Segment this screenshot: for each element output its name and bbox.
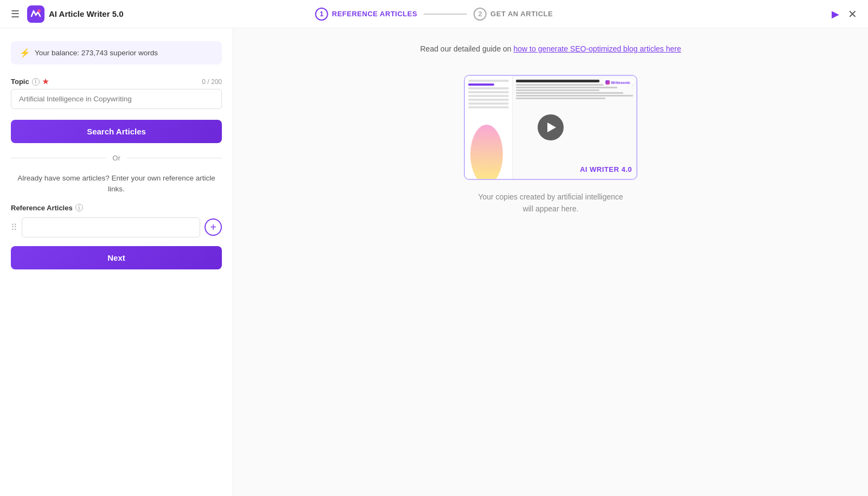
main-layout: ⚡ Your balance: 273,743 superior words T…: [0, 28, 868, 496]
reference-input-row: ⠿ +: [11, 217, 222, 237]
mini-bar-7: [468, 106, 509, 108]
mini-writesonic-logo: Writesonic: [603, 79, 633, 86]
mini-bar-4: [468, 95, 509, 97]
mini-bar-1: [468, 80, 509, 82]
mini-bar-3: [468, 91, 509, 93]
step-1-label: REFERENCE ARTICLES: [332, 10, 417, 18]
play-button[interactable]: [538, 114, 564, 140]
or-line-left: [11, 158, 106, 158]
app-title: AI Article Writer 5.0: [49, 9, 124, 18]
stepper: 1 REFERENCE ARTICLES 2 GET AN ARTICLE: [315, 8, 553, 21]
step-1: 1 REFERENCE ARTICLES: [315, 8, 417, 21]
mini-text-6: [516, 98, 605, 99]
reference-article-input[interactable]: [22, 217, 200, 237]
mini-text-4: [516, 92, 623, 94]
mini-text-3: [516, 89, 599, 91]
video-container: Writesonic AI WRITER 4.0: [464, 75, 637, 180]
close-icon[interactable]: ✕: [848, 8, 857, 21]
balance-text: Your balance: 273,743 superior words: [35, 49, 158, 57]
play-icon[interactable]: ▶: [832, 8, 839, 20]
step-2: 2 GET AN ARTICLE: [474, 8, 553, 21]
step-line: [424, 14, 467, 15]
fake-main-mini: [513, 76, 636, 179]
topic-label-text: Topic: [11, 78, 29, 86]
copies-text-line1: Your copies created by artificial intell…: [478, 192, 623, 201]
header-right: ▶ ✕: [832, 8, 857, 21]
required-star: ★: [42, 78, 49, 86]
own-articles-text: Already have some articles? Enter your o…: [11, 173, 222, 195]
or-text: Or: [112, 154, 120, 162]
play-triangle-icon: [547, 123, 556, 132]
search-articles-button[interactable]: Search Articles: [11, 120, 222, 143]
add-reference-button[interactable]: +: [205, 218, 222, 236]
mini-text-2: [516, 87, 617, 88]
copies-text-line2: will appear here.: [523, 204, 579, 213]
mini-title: [516, 80, 599, 82]
app-logo: [27, 5, 44, 23]
topic-input[interactable]: [11, 89, 222, 109]
or-divider: Or: [11, 154, 222, 162]
reference-articles-info-icon[interactable]: i: [75, 204, 83, 211]
video-thumbnail[interactable]: Writesonic AI WRITER 4.0: [465, 76, 636, 179]
mini-bar-2: [468, 87, 509, 89]
reference-articles-label: Reference Articles: [11, 204, 73, 212]
next-button[interactable]: Next: [11, 246, 222, 269]
topic-info-icon[interactable]: i: [32, 78, 40, 86]
ai-writer-overlay: AI WRITER 4.0: [580, 165, 632, 173]
reference-articles-label-row: Reference Articles i: [11, 204, 222, 212]
drag-handle-icon[interactable]: ⠿: [11, 222, 17, 233]
topic-label-row: Topic i ★ 0 / 200: [11, 78, 222, 86]
balance-card: ⚡ Your balance: 273,743 superior words: [11, 41, 222, 65]
hamburger-icon[interactable]: ☰: [11, 8, 20, 20]
copies-text: Your copies created by artificial intell…: [478, 191, 623, 215]
main-content: Read our detailed guide on how to genera…: [233, 28, 868, 496]
mini-bar-accent: [468, 83, 494, 86]
mini-text-5: [516, 95, 633, 96]
header: ☰ AI Article Writer 5.0 1 REFERENCE ARTI…: [0, 0, 868, 28]
step-2-label: GET AN ARTICLE: [490, 10, 553, 18]
char-count: 0 / 200: [202, 78, 222, 86]
mini-bar-6: [468, 102, 509, 105]
svg-point-1: [37, 9, 41, 12]
step-2-number: 2: [474, 8, 487, 21]
sidebar: ⚡ Your balance: 273,743 superior words T…: [0, 28, 233, 496]
mini-bar-5: [468, 99, 509, 101]
bolt-icon: ⚡: [20, 48, 30, 58]
topic-group: Topic i ★ 0 / 200: [11, 78, 222, 109]
mini-logo-box: [605, 80, 610, 85]
step-1-number: 1: [315, 8, 328, 21]
guide-link[interactable]: how to generate SEO-optimized blog artic…: [514, 44, 681, 53]
or-line-right: [127, 158, 222, 158]
topic-label-left: Topic i ★: [11, 78, 49, 86]
guide-text: Read our detailed guide on how to genera…: [420, 44, 681, 53]
